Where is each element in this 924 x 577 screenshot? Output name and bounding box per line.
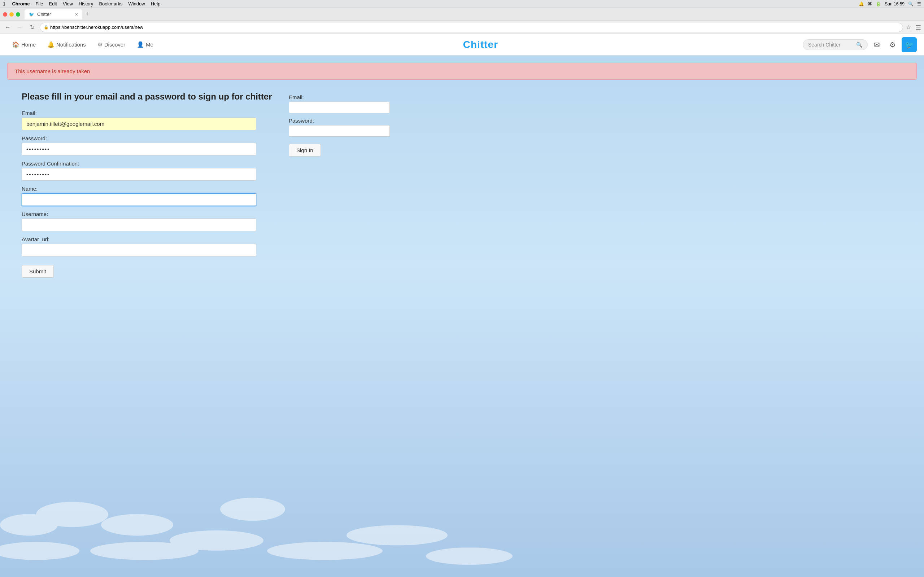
svg-point-7 bbox=[267, 542, 383, 560]
signin-email-input[interactable] bbox=[289, 102, 390, 113]
signin-email-group: Email: bbox=[289, 94, 404, 113]
error-banner: This username is already taken bbox=[7, 63, 917, 80]
tab-favicon: 🐦 bbox=[29, 12, 34, 17]
discover-label: Discover bbox=[104, 42, 125, 48]
notifications-label: Notifications bbox=[56, 42, 86, 48]
svg-point-6 bbox=[220, 498, 285, 521]
mail-button[interactable]: ✉ bbox=[870, 38, 884, 52]
name-input[interactable] bbox=[22, 193, 256, 206]
reload-button[interactable]: ↻ bbox=[27, 23, 37, 32]
svg-point-8 bbox=[347, 525, 447, 545]
traffic-lights bbox=[3, 12, 20, 16]
chrome-titlebar: 🐦 Chitter × + bbox=[0, 8, 924, 21]
notifications-nav-link[interactable]: 🔔 Notifications bbox=[42, 38, 91, 51]
signin-sidebar: Email: Password: Sign In bbox=[289, 90, 404, 278]
signin-password-label: Password: bbox=[289, 118, 404, 124]
avatar-label: Avartar_url: bbox=[22, 236, 274, 242]
password-group: Password: bbox=[22, 135, 274, 155]
password-confirm-group: Password Confirmation: bbox=[22, 161, 274, 181]
name-group: Name: bbox=[22, 186, 274, 206]
svg-point-3 bbox=[90, 542, 199, 560]
notification-icon: 🔔 bbox=[859, 2, 864, 6]
help-menu[interactable]: Help bbox=[151, 1, 161, 6]
chrome-menu[interactable]: Chrome bbox=[12, 1, 30, 6]
page-content: This username is already taken Please fi… bbox=[0, 56, 924, 577]
lock-icon: 🔒 bbox=[44, 25, 49, 29]
signin-email-label: Email: bbox=[289, 94, 404, 100]
error-message: This username is already taken bbox=[15, 68, 90, 74]
bell-icon: 🔔 bbox=[47, 41, 55, 48]
search-box-text: Search Chitter bbox=[808, 42, 840, 48]
home-icon: 🏠 bbox=[12, 41, 19, 48]
back-button[interactable]: ← bbox=[3, 23, 12, 32]
battery-icon: 🔋 bbox=[876, 2, 881, 6]
password-input[interactable] bbox=[22, 143, 256, 155]
edit-menu[interactable]: Edit bbox=[49, 1, 57, 6]
password-confirm-label: Password Confirmation: bbox=[22, 161, 274, 167]
apple-icon[interactable]:  bbox=[3, 1, 5, 7]
discover-nav-link[interactable]: ⚙ Discover bbox=[92, 38, 130, 51]
home-label: Home bbox=[21, 42, 36, 48]
home-nav-link[interactable]: 🏠 Home bbox=[7, 38, 41, 51]
twitter-button[interactable]: 🐦 bbox=[901, 37, 917, 52]
search-box[interactable]: Search Chitter 🔍 bbox=[803, 39, 868, 50]
svg-point-2 bbox=[36, 501, 108, 527]
svg-point-0 bbox=[0, 542, 79, 560]
tab-bar: 🐦 Chitter × + bbox=[24, 10, 921, 19]
close-button[interactable] bbox=[3, 12, 7, 16]
browser-window: 🐦 Chitter × + ← → ↻ 🔒 https://benschitte… bbox=[0, 8, 924, 577]
me-label: Me bbox=[146, 42, 153, 48]
tab-close-button[interactable]: × bbox=[75, 11, 78, 17]
password-confirm-input[interactable] bbox=[22, 168, 256, 181]
app-title: Chitter bbox=[158, 39, 803, 50]
url-text: https://benschitter.herokuapp.com/users/… bbox=[50, 24, 143, 30]
puzzle-icon: ⚙ bbox=[97, 41, 102, 48]
search-icon: 🔍 bbox=[856, 42, 862, 48]
chrome-menu-button[interactable]: ☰ bbox=[915, 23, 921, 31]
signin-password-group: Password: bbox=[289, 118, 404, 137]
mac-menubar-right: 🔔 ⌘ 🔋 Sun 16:59 🔍 ☰ bbox=[859, 2, 921, 6]
view-menu[interactable]: View bbox=[63, 1, 73, 6]
svg-point-9 bbox=[426, 548, 512, 565]
email-group: Email: bbox=[22, 110, 274, 130]
username-input[interactable] bbox=[22, 219, 256, 231]
avatar-group: Avartar_url: bbox=[22, 236, 274, 256]
minimize-button[interactable] bbox=[10, 12, 14, 16]
me-nav-link[interactable]: 👤 Me bbox=[132, 38, 158, 51]
new-tab-button[interactable]: + bbox=[84, 10, 92, 18]
svg-point-5 bbox=[170, 530, 263, 551]
email-input[interactable] bbox=[22, 118, 256, 130]
window-menu[interactable]: Window bbox=[128, 1, 145, 6]
username-label: Username: bbox=[22, 211, 274, 217]
username-group: Username: bbox=[22, 211, 274, 231]
address-bar[interactable]: 🔒 https://benschitter.herokuapp.com/user… bbox=[40, 23, 903, 32]
nav-right: Search Chitter 🔍 ✉ ⚙ 🐦 bbox=[803, 37, 917, 52]
mac-menubar:  Chrome File Edit View History Bookmark… bbox=[0, 0, 924, 8]
svg-point-4 bbox=[101, 514, 173, 535]
nav-links: 🏠 Home 🔔 Notifications ⚙ Discover 👤 Me bbox=[7, 38, 158, 51]
bookmarks-menu[interactable]: Bookmarks bbox=[99, 1, 122, 6]
name-label: Name: bbox=[22, 186, 274, 192]
email-label: Email: bbox=[22, 110, 274, 116]
main-content: Please fill in your email and a password… bbox=[0, 83, 924, 285]
settings-button[interactable]: ⚙ bbox=[886, 38, 900, 52]
active-tab[interactable]: 🐦 Chitter × bbox=[24, 10, 82, 19]
signup-heading: Please fill in your email and a password… bbox=[22, 90, 274, 103]
signin-button[interactable]: Sign In bbox=[289, 144, 321, 156]
bookmark-star-button[interactable]: ☆ bbox=[906, 24, 911, 31]
avatar-input[interactable] bbox=[22, 244, 256, 256]
history-menu[interactable]: History bbox=[79, 1, 93, 6]
maximize-button[interactable] bbox=[16, 12, 20, 16]
app-navbar: 🏠 Home 🔔 Notifications ⚙ Discover 👤 Me C… bbox=[0, 34, 924, 56]
signup-form-container: Please fill in your email and a password… bbox=[22, 90, 274, 278]
search-mac-icon[interactable]: 🔍 bbox=[908, 2, 914, 6]
wifi-icon: ⌘ bbox=[868, 2, 872, 6]
signin-password-input[interactable] bbox=[289, 125, 390, 137]
tab-title: Chitter bbox=[37, 11, 51, 17]
svg-point-1 bbox=[0, 514, 58, 535]
file-menu[interactable]: File bbox=[36, 1, 43, 6]
submit-button[interactable]: Submit bbox=[22, 265, 54, 278]
clock: Sun 16:59 bbox=[885, 2, 905, 6]
forward-button[interactable]: → bbox=[15, 23, 24, 32]
list-icon[interactable]: ☰ bbox=[917, 2, 921, 6]
